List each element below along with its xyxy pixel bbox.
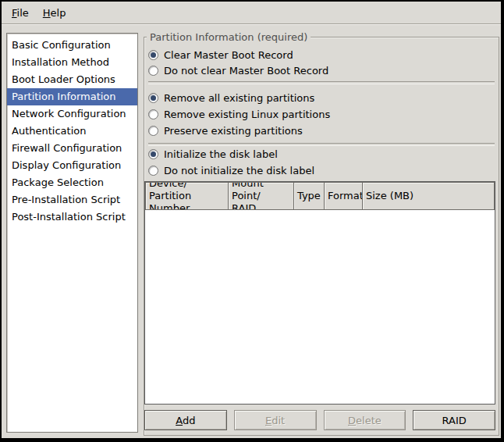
radio-preserve-existing-partitions[interactable]: Preserve existing partitions [148,123,303,138]
edit-button: Edit [234,410,317,430]
radio-selected-icon [148,50,158,60]
radio-initialize-the-disk-label[interactable]: Initialize the disk label [148,146,278,162]
config-section-list[interactable]: Basic ConfigurationInstallation MethodBo… [6,33,138,433]
radio-do-not-initialize-the-disk-label[interactable]: Do not initialize the disk label [148,162,314,178]
frame-title: Partition Information (required) [147,31,311,44]
column-header-format[interactable]: Format [324,182,363,210]
radio-remove-all-existing-partitions[interactable]: Remove all existing partitions [148,90,314,105]
radio-unselected-icon [148,166,158,176]
radio-label: Remove all existing partitions [164,92,314,104]
sidebar-item-display-configuration[interactable]: Display Configuration [7,157,137,174]
radio-unselected-icon [148,66,158,76]
column-header-size-mb[interactable]: Size (MB) [362,182,495,210]
partition-action-buttons: AddEditDeleteRAID [144,410,495,430]
sidebar-item-installation-method[interactable]: Installation Method [7,54,137,71]
radio-do-not-clear-master-boot-record[interactable]: Do not clear Master Boot Record [148,62,328,78]
column-header-device[interactable]: Device/ Partition Number [145,182,229,210]
sidebar-item-authentication[interactable]: Authentication [7,123,137,140]
column-header-mount-point[interactable]: Mount Point/ RAID [228,182,294,210]
menu-bar: FileHelp [2,2,501,24]
radio-selected-icon [148,149,158,159]
sidebar-item-boot-loader-options[interactable]: Boot Loader Options [7,71,137,88]
menu-file[interactable]: File [5,4,36,22]
sidebar-item-network-configuration[interactable]: Network Configuration [7,105,137,123]
sidebar-item-basic-configuration[interactable]: Basic Configuration [7,37,137,54]
partition-table-body[interactable] [145,210,495,404]
delete-button: Delete [324,410,406,430]
menu-help[interactable]: Help [36,4,73,22]
radio-label: Do not clear Master Boot Record [164,65,328,77]
kickstart-configurator-window: FileHelp Basic ConfigurationInstallation… [0,0,504,442]
add-button[interactable]: Add [144,410,227,430]
raid-button[interactable]: RAID [413,410,495,430]
radio-unselected-icon [148,109,158,119]
radio-label: Remove existing Linux partitions [164,109,330,120]
sidebar-item-package-selection[interactable]: Package Selection [7,174,137,191]
radio-remove-existing-linux-partitions[interactable]: Remove existing Linux partitions [148,106,330,122]
column-header-type[interactable]: Type [293,182,325,210]
radio-selected-icon [148,93,158,103]
sidebar-item-pre-installation-script[interactable]: Pre-Installation Script [7,191,137,209]
horizontal-separator [148,81,495,84]
radio-label: Preserve existing partitions [164,125,303,137]
radio-label: Initialize the disk label [164,148,278,160]
radio-unselected-icon [148,126,158,136]
sidebar-item-partition-information[interactable]: Partition Information [7,88,137,105]
sidebar-item-post-installation-script[interactable]: Post-Installation Script [7,209,137,226]
radio-label: Clear Master Boot Record [164,49,293,61]
partition-table-header: Device/ Partition NumberMount Point/ RAI… [145,182,495,210]
sidebar-item-firewall-configuration[interactable]: Firewall Configuration [7,140,137,157]
radio-clear-master-boot-record[interactable]: Clear Master Boot Record [148,47,293,62]
radio-label: Do not initialize the disk label [164,165,314,176]
partition-table[interactable]: Device/ Partition NumberMount Point/ RAI… [144,181,495,405]
